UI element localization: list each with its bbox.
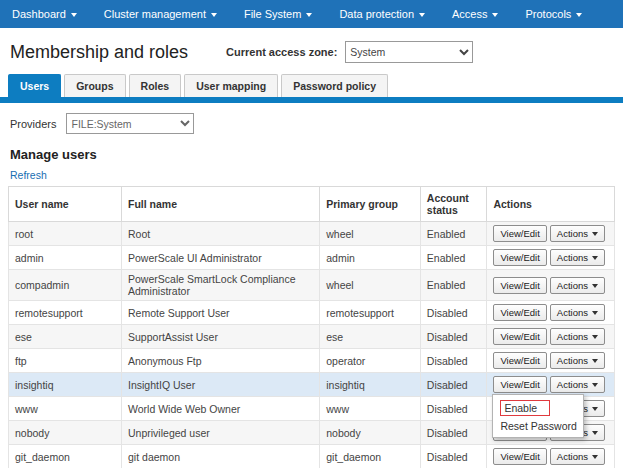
actions-button[interactable]: Actions — [550, 249, 605, 266]
col-header-full-name: Full name — [122, 187, 320, 222]
view-edit-button[interactable]: View/Edit — [493, 249, 546, 266]
menu-item-enable[interactable]: Enable — [493, 398, 583, 418]
access-zone-select[interactable]: System — [345, 41, 473, 63]
chevron-down-icon — [592, 311, 598, 315]
menu-item-reset-password[interactable]: Reset Password — [493, 418, 583, 434]
chevron-down-icon — [211, 13, 217, 17]
tab-groups[interactable]: Groups — [64, 74, 125, 97]
col-header-user-name: User name — [9, 187, 122, 222]
chevron-down-icon — [592, 383, 598, 387]
full-name-cell: Unprivileged user — [122, 421, 320, 445]
nav-item-dashboard[interactable]: Dashboard — [12, 8, 77, 20]
chevron-down-icon — [592, 232, 598, 236]
actions-cell: View/EditActions — [487, 349, 615, 373]
providers-label: Providers — [10, 118, 56, 130]
user-name-cell: git_daemon — [9, 445, 122, 468]
full-name-cell: git daemon — [122, 445, 320, 468]
actions-button[interactable]: Actions — [550, 448, 605, 465]
account-status-cell: Enabled — [420, 270, 487, 301]
tab-password-policy[interactable]: Password policy — [281, 74, 388, 97]
page-header: Membership and roles Current access zone… — [0, 28, 623, 67]
access-zone-group: Current access zone: System — [226, 41, 473, 63]
account-status-cell: Disabled — [420, 349, 487, 373]
actions-button[interactable]: Actions — [550, 304, 605, 321]
tab-user-mapping[interactable]: User mapping — [184, 74, 278, 97]
chevron-down-icon — [592, 359, 598, 363]
primary-group-cell: wheel — [320, 222, 421, 246]
access-zone-label: Current access zone: — [226, 46, 337, 58]
primary-group-cell: insightiq — [320, 373, 421, 397]
view-edit-button[interactable]: View/Edit — [493, 225, 546, 242]
tab-users[interactable]: Users — [8, 74, 61, 97]
actions-button[interactable]: Actions — [550, 328, 605, 345]
user-name-cell: nobody — [9, 421, 122, 445]
table-row: ftpAnonymous FtpoperatorDisabledView/Edi… — [9, 349, 615, 373]
user-name-cell: www — [9, 397, 122, 421]
table-row: git_daemongit daemongit_daemonDisabledVi… — [9, 445, 615, 468]
nav-item-label: Access — [452, 8, 487, 20]
table-row: adminPowerScale UI AdministratoradminEna… — [9, 246, 615, 270]
table-row: rootRootwheelEnabledView/EditActions — [9, 222, 615, 246]
primary-group-cell: operator — [320, 349, 421, 373]
actions-button-label: Actions — [557, 228, 588, 239]
full-name-cell: PowerScale SmartLock Compliance Administ… — [122, 270, 320, 301]
view-edit-button[interactable]: View/Edit — [493, 352, 546, 369]
full-name-cell: PowerScale UI Administrator — [122, 246, 320, 270]
col-header-primary-group: Primary group — [320, 187, 421, 222]
actions-button-label: Actions — [557, 355, 588, 366]
table-row: compadminPowerScale SmartLock Compliance… — [9, 270, 615, 301]
account-status-cell: Enabled — [420, 246, 487, 270]
full-name-cell: Root — [122, 222, 320, 246]
chevron-down-icon — [592, 407, 598, 411]
table-row: remotesupportRemote Support Userremotesu… — [9, 301, 615, 325]
account-status-cell: Enabled — [420, 222, 487, 246]
actions-button[interactable]: Actions — [550, 376, 605, 393]
nav-item-data-protection[interactable]: Data protection — [339, 8, 425, 20]
providers-select[interactable]: FILE:System — [66, 113, 194, 134]
actions-button[interactable]: Actions — [550, 225, 605, 242]
view-edit-button[interactable]: View/Edit — [493, 376, 546, 393]
view-edit-button[interactable]: View/Edit — [493, 304, 546, 321]
refresh-link[interactable]: Refresh — [0, 162, 57, 186]
col-header-account-status: Account status — [420, 187, 487, 222]
view-edit-button[interactable]: View/Edit — [493, 328, 546, 345]
nav-item-access[interactable]: Access — [452, 8, 498, 20]
user-name-cell: admin — [9, 246, 122, 270]
chevron-down-icon — [306, 13, 312, 17]
actions-button[interactable]: Actions — [550, 277, 605, 294]
actions-button-label: Actions — [557, 451, 588, 462]
user-name-cell: remotesupport — [9, 301, 122, 325]
actions-cell: View/EditActions — [487, 301, 615, 325]
chevron-down-icon — [592, 431, 598, 435]
providers-row: Providers FILE:System — [0, 103, 623, 134]
nav-item-cluster-management[interactable]: Cluster management — [104, 8, 217, 20]
full-name-cell: Remote Support User — [122, 301, 320, 325]
account-status-cell: Disabled — [420, 373, 487, 397]
table-row: eseSupportAssist UsereseDisabledView/Edi… — [9, 325, 615, 349]
actions-cell: View/EditActions — [487, 246, 615, 270]
table-row: insightiqInsightIQ UserinsightiqDisabled… — [9, 373, 615, 397]
tab-roles[interactable]: Roles — [129, 74, 182, 97]
user-name-cell: ese — [9, 325, 122, 349]
menu-item-enable-label: Enable — [500, 400, 550, 416]
page-title: Membership and roles — [10, 42, 188, 63]
actions-button[interactable]: Actions — [550, 352, 605, 369]
actions-cell: View/EditActions — [487, 445, 615, 468]
top-navigation: Dashboard Cluster management File System… — [0, 0, 623, 28]
actions-cell: View/EditActions — [487, 222, 615, 246]
chevron-down-icon — [592, 284, 598, 288]
chevron-down-icon — [576, 13, 582, 17]
account-status-cell: Disabled — [420, 301, 487, 325]
chevron-down-icon — [492, 13, 498, 17]
full-name-cell: World Wide Web Owner — [122, 397, 320, 421]
nav-item-protocols[interactable]: Protocols — [525, 8, 582, 20]
account-status-cell: Disabled — [420, 421, 487, 445]
account-status-cell: Disabled — [420, 325, 487, 349]
actions-menu: EnableReset Password — [492, 394, 584, 438]
nav-item-file-system[interactable]: File System — [244, 8, 312, 20]
account-status-cell: Disabled — [420, 397, 487, 421]
view-edit-button[interactable]: View/Edit — [493, 277, 546, 294]
view-edit-button[interactable]: View/Edit — [493, 448, 546, 465]
full-name-cell: SupportAssist User — [122, 325, 320, 349]
section-title: Manage users — [0, 134, 623, 162]
